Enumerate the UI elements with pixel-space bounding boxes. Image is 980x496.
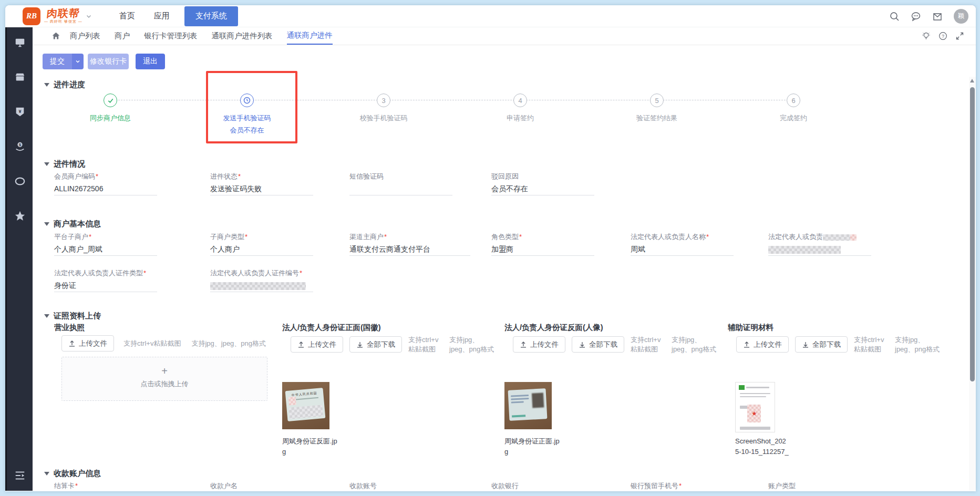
section-title: 商户基本信息 [54, 219, 101, 229]
nav-item-payment-system[interactable]: 支付系统 [184, 6, 238, 26]
paste-hint: 支持ctrl+v粘贴截图 [123, 339, 181, 348]
sidebar: ¥ $ [5, 27, 33, 491]
message-icon[interactable] [911, 11, 921, 22]
main-area: 商户列表 商户 银行卡管理列表 通联商户进件列表 通联商户进件 ? 提交 修改银… [33, 27, 976, 491]
card-title-business-licence: 营业执照 [54, 323, 85, 333]
tab-merchant[interactable]: 商户 [115, 27, 130, 45]
monitor-icon[interactable] [14, 37, 26, 48]
card-title-id-back: 法人/负责人身份证反面(人像) [504, 323, 603, 333]
star-icon[interactable] [14, 210, 26, 222]
collapse-arrow-icon [44, 222, 49, 226]
format-hint: 支持jpg、jpeg、png格式 [895, 335, 941, 354]
tab-tonglian-entry[interactable]: 通联商户进件 [287, 27, 333, 45]
section-status-header[interactable]: 进件情况 [44, 159, 85, 169]
thumbnail-id-back-photo[interactable]: 中华人民共和国 [282, 382, 329, 429]
nav-item-apps[interactable]: 应用 [154, 11, 170, 21]
main-nav: 首页 应用 支付系统 [100, 5, 238, 27]
help-icon[interactable]: ? [938, 32, 947, 40]
vertical-scrollbar[interactable] [969, 77, 976, 491]
thumbnail-id-front-photo[interactable] [504, 382, 552, 429]
home-icon[interactable] [51, 32, 60, 40]
fullscreen-icon[interactable] [955, 32, 964, 40]
tab-tonglian-entry-list[interactable]: 通联商户进件列表 [212, 27, 273, 45]
blurred-area [288, 405, 323, 419]
field-settlement-card: 结算卡* [54, 481, 157, 491]
store-icon[interactable] [14, 71, 26, 83]
step-complete-sign: 6 完成签约 [725, 94, 862, 123]
download-icon [579, 341, 586, 348]
chevron-down-icon [75, 59, 80, 64]
format-hint: 支持jpg、jpeg、png格式 [191, 339, 266, 348]
mail-icon[interactable] [932, 11, 943, 22]
blurred-label [823, 234, 850, 241]
download-all-button[interactable]: 全部下载 [795, 336, 848, 353]
thumbnail-screenshot[interactable]: ★ [735, 382, 775, 432]
yen-badge-icon[interactable]: ¥ [14, 106, 26, 118]
disc-icon[interactable] [14, 175, 26, 187]
section-documents-header[interactable]: 证照资料上传 [44, 311, 101, 321]
submit-button[interactable]: 提交 [43, 54, 72, 69]
brand-logo[interactable]: RB 肉联帮 — 肉好吃 够便宜 — [23, 7, 92, 25]
chevron-down-icon [86, 13, 92, 19]
upload-icon [297, 341, 305, 348]
blurred-area [512, 415, 525, 417]
collapse-arrow-icon [44, 83, 49, 87]
upload-file-button[interactable]: 上传文件 [61, 335, 114, 352]
screenshot-logo-block [739, 385, 745, 390]
field-platform-submerchant: 平台子商户* 个人商户_周斌 [54, 232, 157, 256]
card-title-auxiliary: 辅助证明材料 [728, 323, 773, 333]
blurred-area [288, 397, 296, 406]
hand-coin-icon[interactable]: $ [14, 141, 26, 152]
field-member-code: 会员商户编码* ALLIN2672506 [54, 172, 157, 195]
upload-file-button[interactable]: 上传文件 [513, 336, 565, 353]
blurred-area [511, 395, 529, 405]
tab-bankcard-list[interactable]: 银行卡管理列表 [144, 27, 198, 45]
collapse-arrow-icon [44, 314, 49, 318]
field-legal-name: 法定代表人或负责人名称* 周斌 [631, 232, 734, 256]
step-verify-sign: 5 验证签约结果 [589, 94, 725, 123]
modify-bankcard-button[interactable]: 修改银行卡 [88, 54, 129, 69]
svg-text:?: ? [942, 34, 944, 39]
avatar[interactable]: 颖 [954, 9, 968, 24]
submit-dropdown-button[interactable] [72, 54, 84, 69]
field-channel-merchant: 渠道主商户* 通联支付云商通支付平台 [349, 232, 452, 256]
upload-file-button[interactable]: 上传文件 [291, 336, 343, 353]
section-account-header[interactable]: 收款账户信息 [44, 469, 101, 479]
upload-dropzone[interactable]: + 点击或拖拽上传 [61, 357, 267, 401]
exit-button[interactable]: 退出 [136, 54, 165, 69]
blurred-value [768, 246, 841, 254]
step-label: 校验手机验证码 [315, 113, 452, 123]
field-account-type: 账户类型 [768, 481, 871, 491]
section-progress-header[interactable]: 进件进度 [44, 80, 85, 90]
collapse-arrow-icon [44, 162, 49, 166]
scroll-up-arrow[interactable] [970, 79, 974, 82]
app-window: RB 肉联帮 — 肉好吃 够便宜 — 首页 应用 支付系统 颖 ¥ $ [5, 5, 976, 491]
step-sync-merchant: 同步商户信息 [42, 94, 179, 123]
blurred-value [210, 282, 306, 290]
app-header: RB 肉联帮 — 肉好吃 够便宜 — 首页 应用 支付系统 颖 [5, 5, 976, 27]
field-reserved-phone: 银行预留手机号* [631, 481, 734, 491]
search-icon[interactable] [889, 11, 900, 22]
step-label: 申请签约 [452, 113, 589, 123]
format-hint: 支持jpg、jpeg、png格式 [449, 335, 496, 354]
sms-code-input[interactable] [349, 184, 452, 195]
section-title: 收款账户信息 [54, 469, 101, 479]
nav-item-home[interactable]: 首页 [119, 11, 135, 21]
collapse-menu-icon[interactable] [14, 470, 26, 481]
paste-hint: 支持ctrl+v粘贴截图 [408, 335, 443, 354]
section-title: 证照资料上传 [54, 311, 101, 321]
section-merchant-header[interactable]: 商户基本信息 [44, 219, 101, 229]
theme-bulb-icon[interactable] [922, 32, 931, 40]
file-name: 周斌身份证反面.jpg [282, 436, 339, 457]
step-label: 验证签约结果 [589, 113, 725, 123]
download-all-button[interactable]: 全部下载 [349, 336, 402, 353]
scrollbar-thumb[interactable] [970, 87, 975, 381]
format-hint: 支持jpg、jpeg、png格式 [672, 335, 718, 354]
upload-icon [520, 341, 527, 348]
tab-merchant-list[interactable]: 商户列表 [70, 27, 100, 45]
step-label: 同步商户信息 [42, 113, 179, 123]
plus-icon: + [62, 365, 267, 377]
download-all-button[interactable]: 全部下载 [572, 336, 624, 353]
upload-file-button[interactable]: 上传文件 [736, 336, 789, 353]
paste-hint: 支持ctrl+v粘贴截图 [854, 335, 889, 354]
